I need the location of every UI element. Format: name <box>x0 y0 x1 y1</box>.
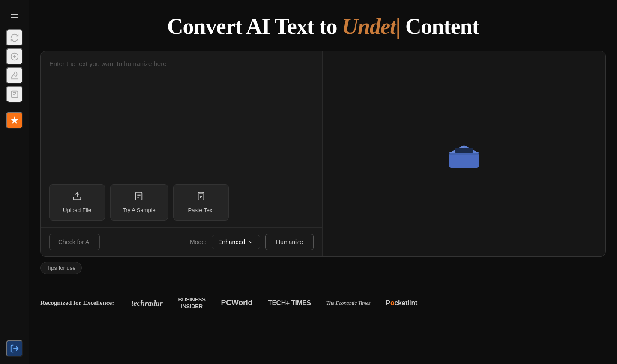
brand-logos: techradar BUSINESSINSIDER PCWorld TECH+ … <box>131 296 417 310</box>
upload-icon <box>72 191 82 203</box>
editor-left-panel: Upload File Try A Sample <box>41 51 323 256</box>
techradar-logo: techradar <box>131 298 162 308</box>
textarea-wrapper <box>41 51 322 177</box>
business-insider-logo: BUSINESSINSIDER <box>178 296 205 310</box>
inbox-icon <box>447 141 481 169</box>
mode-label: Mode: <box>190 239 207 245</box>
editor-bottom-bar: Check for AI Mode: Enhanced Humanize <box>41 227 322 256</box>
recognition-label: Recognized for Excellence: <box>40 299 114 307</box>
svg-rect-18 <box>455 148 473 153</box>
svg-rect-12 <box>200 192 202 194</box>
inbox-illustration <box>447 141 481 167</box>
check-ai-button[interactable]: Check for AI <box>49 234 100 250</box>
tips-section: Tips for use <box>40 257 606 279</box>
sidebar-logout-icon[interactable] <box>6 340 23 357</box>
editor-container: Upload File Try A Sample <box>40 51 606 257</box>
paste-text-button[interactable]: Paste Text <box>173 184 229 221</box>
paste-text-label: Paste Text <box>188 207 214 213</box>
sidebar-divider <box>6 108 23 108</box>
recognition-bar: Recognized for Excellence: techradar BUS… <box>40 279 606 318</box>
main-content: Convert AI Text to Undet| Content Up <box>29 0 617 364</box>
page-title: Convert AI Text to Undet| Content <box>167 14 479 39</box>
try-sample-button[interactable]: Try A Sample <box>110 184 168 221</box>
mode-value: Enhanced <box>218 239 245 245</box>
mode-dropdown[interactable]: Enhanced <box>212 235 260 249</box>
pocketlint-logo: Pocketlint <box>386 299 417 307</box>
sample-icon <box>134 191 144 203</box>
upload-file-label: Upload File <box>63 207 91 213</box>
menu-button[interactable] <box>7 7 22 22</box>
sidebar-signature-icon[interactable] <box>6 67 23 84</box>
sidebar-add-icon[interactable] <box>6 48 23 65</box>
editor-right-panel <box>323 51 605 256</box>
sidebar <box>0 0 29 364</box>
try-sample-label: Try A Sample <box>123 207 156 213</box>
title-text-2: Content <box>400 14 479 39</box>
pcworld-logo: PCWorld <box>221 298 253 307</box>
tips-label: Tips for use <box>47 265 75 271</box>
svg-rect-19 <box>449 153 479 155</box>
humanize-label: Humanize <box>276 239 303 245</box>
text-input[interactable] <box>41 51 322 177</box>
upload-file-button[interactable]: Upload File <box>49 184 105 221</box>
economic-times-logo: The Economic Times <box>326 300 371 307</box>
sidebar-sparkle-icon[interactable] <box>6 112 23 129</box>
paste-icon <box>196 191 206 203</box>
tips-for-use-button[interactable]: Tips for use <box>40 262 82 274</box>
title-text-1: Convert AI Text to <box>167 14 342 39</box>
chevron-down-icon <box>248 239 254 245</box>
humanize-button[interactable]: Humanize <box>265 234 314 250</box>
tech-plus-times-logo: TECH+ TiMES <box>268 299 311 307</box>
sidebar-refresh-icon[interactable] <box>6 29 23 46</box>
upload-buttons-row: Upload File Try A Sample <box>41 177 322 227</box>
title-accent: Undet <box>342 14 396 39</box>
check-ai-label: Check for AI <box>58 239 91 245</box>
sidebar-bottom-area <box>6 340 23 357</box>
title-cursor: | <box>396 14 400 39</box>
sidebar-checklist-icon[interactable] <box>6 86 23 103</box>
